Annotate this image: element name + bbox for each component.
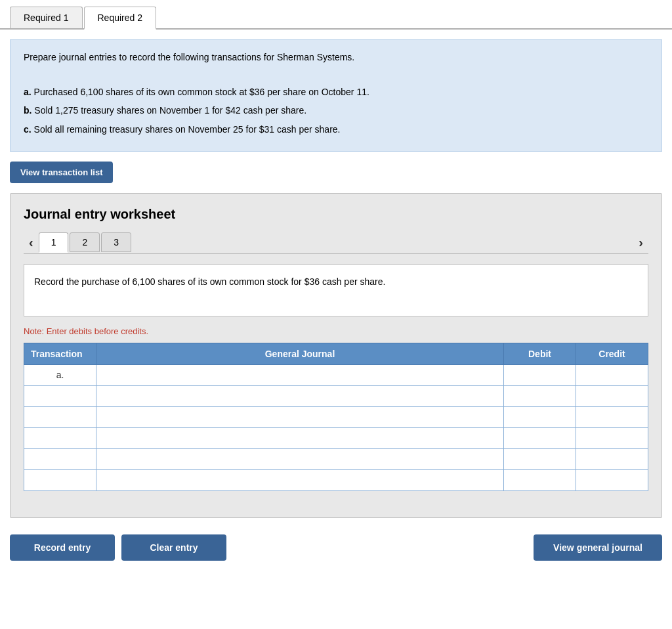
- worksheet-title: Journal entry worksheet: [24, 207, 648, 222]
- transaction-cell-5: [24, 469, 96, 490]
- view-general-journal-button[interactable]: View general journal: [534, 534, 662, 561]
- journal-cell-2[interactable]: [96, 406, 504, 427]
- debit-cell-3[interactable]: [504, 427, 576, 448]
- nav-left-arrow[interactable]: ‹: [24, 232, 39, 253]
- info-item-a: a. Purchased 6,100 shares of its own com…: [24, 85, 648, 100]
- transaction-cell-3: [24, 427, 96, 448]
- table-row: [24, 406, 648, 427]
- debit-input-3[interactable]: [504, 428, 576, 448]
- view-transaction-container: View transaction list: [10, 162, 662, 183]
- button-spacer: [233, 534, 527, 561]
- credit-cell-0[interactable]: [576, 364, 648, 385]
- journal-cell-0[interactable]: [96, 364, 504, 385]
- transaction-cell-2: [24, 406, 96, 427]
- nav-tab-2[interactable]: 2: [70, 232, 100, 252]
- transaction-cell-4: [24, 448, 96, 469]
- table-row: [24, 469, 648, 490]
- journal-table: Transaction General Journal Debit Credit…: [24, 343, 648, 491]
- credit-input-4[interactable]: [576, 449, 648, 469]
- col-header-debit: Debit: [504, 343, 576, 364]
- debit-input-2[interactable]: [504, 407, 576, 427]
- tab-required2[interactable]: Required 2: [84, 7, 157, 30]
- journal-input-0[interactable]: [96, 365, 503, 385]
- debit-cell-0[interactable]: [504, 364, 576, 385]
- journal-cell-4[interactable]: [96, 448, 504, 469]
- record-entry-button[interactable]: Record entry: [10, 534, 115, 561]
- nav-tab-3[interactable]: 3: [101, 232, 131, 252]
- debit-input-1[interactable]: [504, 386, 576, 406]
- debit-input-0[interactable]: [504, 365, 576, 385]
- table-row: [24, 385, 648, 406]
- debit-input-4[interactable]: [504, 449, 576, 469]
- tab-required1[interactable]: Required 1: [10, 7, 83, 28]
- nav-right-arrow[interactable]: ›: [633, 232, 648, 253]
- table-row: a.: [24, 364, 648, 385]
- worksheet-box: Journal entry worksheet ‹ 1 2 3 › Record…: [10, 193, 662, 518]
- journal-input-2[interactable]: [96, 407, 503, 427]
- table-row: [24, 448, 648, 469]
- debit-cell-2[interactable]: [504, 406, 576, 427]
- view-transaction-button[interactable]: View transaction list: [10, 162, 113, 183]
- col-header-credit: Credit: [576, 343, 648, 364]
- journal-cell-5[interactable]: [96, 469, 504, 490]
- transaction-cell-1: [24, 385, 96, 406]
- nav-bar: ‹ 1 2 3 ›: [24, 232, 648, 254]
- info-intro: Prepare journal entries to record the fo…: [24, 50, 648, 66]
- credit-cell-2[interactable]: [576, 406, 648, 427]
- credit-input-0[interactable]: [576, 365, 648, 385]
- transaction-cell-0: a.: [24, 364, 96, 385]
- note: Note: Enter debits before credits.: [24, 326, 648, 336]
- journal-cell-1[interactable]: [96, 385, 504, 406]
- credit-input-3[interactable]: [576, 428, 648, 448]
- debit-cell-1[interactable]: [504, 385, 576, 406]
- credit-input-1[interactable]: [576, 386, 648, 406]
- debit-cell-4[interactable]: [504, 448, 576, 469]
- info-item-b: b. Sold 1,275 treasury shares on Novembe…: [24, 103, 648, 119]
- credit-input-5[interactable]: [576, 470, 648, 490]
- journal-cell-3[interactable]: [96, 427, 504, 448]
- journal-input-5[interactable]: [96, 470, 503, 490]
- info-item-c: c. Sold all remaining treasury shares on…: [24, 122, 648, 138]
- credit-cell-1[interactable]: [576, 385, 648, 406]
- debit-cell-5[interactable]: [504, 469, 576, 490]
- nav-tab-1[interactable]: 1: [39, 232, 69, 253]
- col-header-transaction: Transaction: [24, 343, 96, 364]
- info-box: Prepare journal entries to record the fo…: [10, 39, 662, 152]
- credit-cell-5[interactable]: [576, 469, 648, 490]
- clear-entry-button[interactable]: Clear entry: [121, 534, 226, 561]
- credit-cell-4[interactable]: [576, 448, 648, 469]
- debit-input-5[interactable]: [504, 470, 576, 490]
- journal-input-4[interactable]: [96, 449, 503, 469]
- credit-cell-3[interactable]: [576, 427, 648, 448]
- bottom-buttons: Record entry Clear entry View general jo…: [10, 528, 662, 571]
- journal-input-1[interactable]: [96, 386, 503, 406]
- col-header-journal: General Journal: [96, 343, 504, 364]
- credit-input-2[interactable]: [576, 407, 648, 427]
- tabs-container: Required 1 Required 2: [0, 0, 672, 30]
- journal-input-3[interactable]: [96, 428, 503, 448]
- instruction-box: Record the purchase of 6,100 shares of i…: [24, 264, 648, 316]
- table-row: [24, 427, 648, 448]
